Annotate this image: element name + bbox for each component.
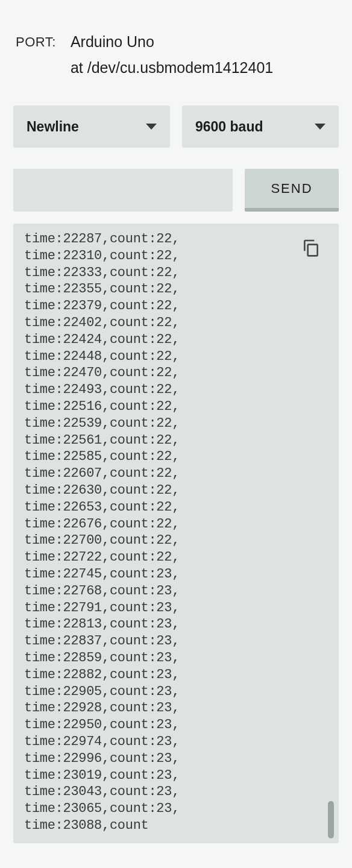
send-button[interactable]: SEND bbox=[245, 169, 339, 212]
line-ending-label: Newline bbox=[27, 119, 79, 135]
port-section: PORT: Arduino Uno at /dev/cu.usbmodem141… bbox=[13, 33, 339, 77]
line-ending-dropdown[interactable]: Newline bbox=[13, 105, 170, 148]
port-info: Arduino Uno at /dev/cu.usbmodem1412401 bbox=[71, 33, 273, 77]
baud-rate-label: 9600 baud bbox=[195, 119, 263, 135]
copy-button[interactable] bbox=[301, 238, 321, 257]
svg-rect-0 bbox=[308, 245, 318, 256]
port-label: PORT: bbox=[16, 33, 56, 50]
input-row: SEND bbox=[13, 169, 339, 212]
port-device: Arduino Uno bbox=[71, 33, 273, 51]
baud-rate-dropdown[interactable]: 9600 baud bbox=[182, 105, 339, 148]
scrollbar-thumb[interactable] bbox=[328, 801, 334, 838]
chevron-down-icon bbox=[146, 124, 157, 130]
copy-icon bbox=[301, 238, 321, 257]
controls-row: Newline 9600 baud bbox=[13, 105, 339, 148]
port-path: at /dev/cu.usbmodem1412401 bbox=[71, 59, 273, 77]
chevron-down-icon bbox=[315, 124, 325, 130]
serial-output-panel: time:22287,count:22, time:22310,count:22… bbox=[13, 224, 339, 843]
serial-input[interactable] bbox=[13, 169, 233, 212]
serial-output-text: time:22287,count:22, time:22310,count:22… bbox=[24, 231, 328, 834]
